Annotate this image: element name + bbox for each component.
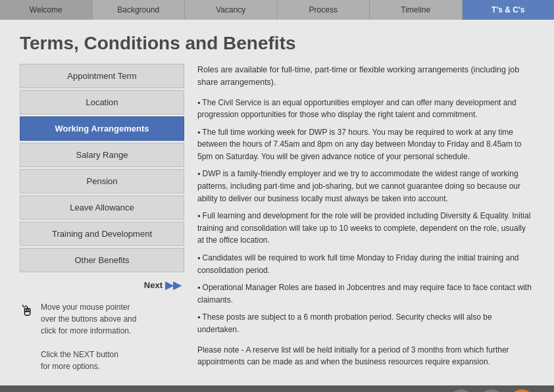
page-title: Terms, Conditions and Benefits (20, 33, 534, 54)
next-btn-row: Next ▶▶ (20, 279, 184, 291)
body-text: ▪ The Civil Service is an equal opportun… (197, 97, 534, 336)
body-paragraph: ▪ DWP is a family-friendly employer and … (197, 168, 534, 205)
next-label: Next (144, 280, 163, 290)
nav-item-background[interactable]: Background (93, 0, 186, 20)
sidebar-item-5[interactable]: Leave Allowance (20, 195, 184, 220)
hint-text: Move your mouse pointer over the buttons… (41, 301, 136, 372)
hint-line3: click for more information. (41, 326, 131, 335)
forward-button[interactable]: → (509, 389, 534, 392)
right-content: Roles are available for full-time, part-… (197, 64, 534, 372)
sidebar-item-1[interactable]: Location (20, 90, 184, 114)
hint-area: 🖱 Move your mouse pointer over the butto… (20, 301, 184, 372)
footer: DWP Candidate Information Pack ⌂ ← → (0, 385, 554, 392)
nav-item-t-s---c-s[interactable]: T's & C's (463, 0, 555, 20)
mouse-icon: 🖱 (20, 303, 34, 320)
top-nav: WelcomeBackgroundVacancyProcessTimelineT… (0, 0, 554, 20)
sidebar: Appointment TermLocationWorking Arrangem… (20, 64, 184, 372)
nav-item-vacancy[interactable]: Vacancy (185, 0, 278, 20)
note-text: Please note - A reserve list will be hel… (197, 344, 534, 368)
sidebar-item-7[interactable]: Other Benefits (20, 248, 184, 272)
body-paragraph: ▪ Candidates will be required to work fu… (197, 252, 534, 276)
intro-text: Roles are available for full-time, part-… (197, 64, 534, 89)
nav-item-timeline[interactable]: Timeline (370, 0, 463, 20)
nav-item-process[interactable]: Process (278, 0, 370, 20)
sidebar-item-6[interactable]: Training and Development (20, 222, 184, 246)
hint-line4: Click the NEXT button (41, 350, 118, 359)
body-paragraph: ▪ Full learning and development for the … (197, 210, 534, 247)
body-paragraph: ▪ The Civil Service is an equal opportun… (197, 97, 534, 121)
main-content: Terms, Conditions and Benefits Appointme… (0, 20, 554, 379)
sidebar-item-0[interactable]: Appointment Term (20, 64, 184, 88)
back-button[interactable]: ← (479, 389, 504, 392)
next-arrows-icon: ▶▶ (165, 279, 181, 291)
next-button[interactable]: Next ▶▶ (144, 279, 181, 291)
body-paragraph: ▪ These posts are subject to a 6 month p… (197, 311, 534, 335)
sidebar-item-3[interactable]: Salary Range (20, 143, 184, 167)
footer-nav: ⌂ ← → (449, 389, 534, 392)
sidebar-item-2[interactable]: Working Arrangements (20, 116, 184, 141)
body-paragraph: ▪ The full time working week for DWP is … (197, 126, 534, 163)
nav-item-welcome[interactable]: Welcome (0, 0, 93, 20)
content-area: Appointment TermLocationWorking Arrangem… (20, 64, 534, 372)
hint-line1: Move your mouse pointer (41, 303, 130, 312)
sidebar-item-4[interactable]: Pension (20, 169, 184, 193)
body-paragraph: ▪ Operational Manager Roles are based in… (197, 282, 534, 306)
hint-line2: over the buttons above and (41, 314, 136, 324)
hint-line5: for more options. (41, 362, 100, 371)
home-button[interactable]: ⌂ (449, 389, 474, 392)
